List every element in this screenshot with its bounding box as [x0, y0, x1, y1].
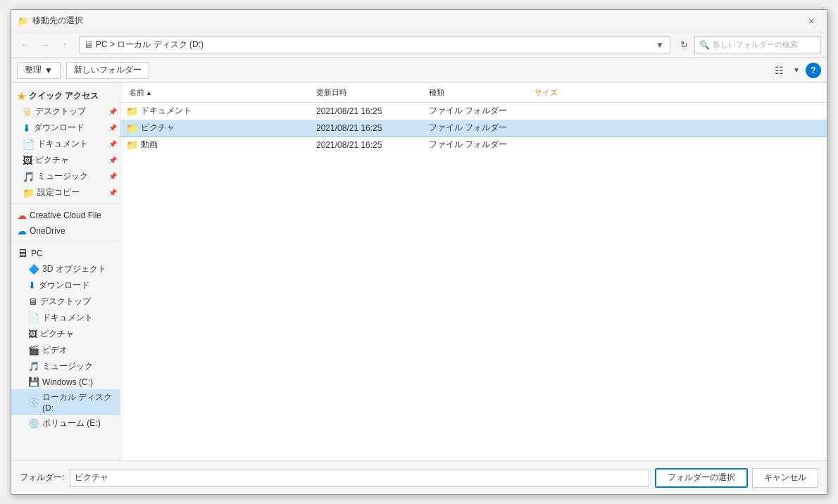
divider1	[11, 203, 120, 204]
pin-icon: 📌	[108, 108, 117, 115]
sidebar-item-desktop-pc[interactable]: 🖥 デスクトップ	[11, 294, 120, 310]
pin-icon2: 📌	[108, 124, 117, 132]
sidebar-item-music-quick[interactable]: 🎵 ミュージック 📌	[11, 168, 120, 184]
file-name: 動画	[141, 139, 158, 151]
forward-button[interactable]: →	[37, 37, 54, 53]
up-button[interactable]: ↑	[56, 37, 73, 53]
navigation-toolbar: ← → ↑ 🖥 PC > ローカル ディスク (D:) ▼ ↻ 🔍 新しいフォル…	[11, 32, 827, 58]
3dobject-label: 3D オブジェクト	[42, 263, 106, 275]
search-icon: 🔍	[699, 40, 710, 50]
sidebar-item-videos-pc[interactable]: 🎬 ビデオ	[11, 342, 120, 358]
address-dropdown-icon[interactable]: ▼	[654, 40, 665, 50]
sidebar-pc[interactable]: 🖥 PC	[11, 244, 120, 261]
sidebar-creative-cloud[interactable]: ☁ Creative Cloud File	[11, 207, 120, 222]
view-toggle-button[interactable]: ☷	[770, 62, 787, 79]
desktop-quick-label: デスクトップ	[35, 106, 106, 118]
onedrive-icon: ☁	[17, 225, 27, 237]
creative-cloud-label: Creative Cloud File	[30, 210, 101, 220]
folder-icon: 📁	[126, 139, 138, 151]
col-header-date[interactable]: 更新日時	[316, 87, 429, 98]
organize-button[interactable]: 整理 ▼	[17, 62, 61, 79]
windows-c-icon: 💾	[28, 377, 39, 387]
close-button[interactable]: ×	[801, 11, 821, 31]
view-dropdown-icon[interactable]: ▼	[793, 66, 800, 74]
sidebar-onedrive[interactable]: ☁ OneDrive	[11, 222, 120, 238]
desktop-pc-label: デスクトップ	[40, 296, 91, 308]
music-pc-icon: 🎵	[28, 361, 39, 372]
star-icon: ★	[17, 91, 26, 102]
file-list-body: 📁 ドキュメント 2021/08/21 16:25 ファイル フォルダー 📁 ピ…	[120, 103, 827, 460]
folder-icon: 📁	[126, 122, 138, 134]
search-bar[interactable]: 🔍 新しいフォルダーの検索	[694, 36, 821, 54]
address-pc-icon: 🖥	[84, 39, 93, 50]
documents-pc-icon: 📄	[28, 313, 39, 323]
settings-copy-quick-label: 設定コピー	[37, 187, 106, 199]
back-button[interactable]: ←	[17, 37, 34, 53]
address-bar[interactable]: 🖥 PC > ローカル ディスク (D:) ▼	[79, 36, 670, 54]
download-quick-label: ダウンロード	[34, 122, 106, 134]
col-header-type[interactable]: 種類	[429, 87, 534, 98]
table-row[interactable]: 📁 動画 2021/08/21 16:25 ファイル フォルダー	[120, 137, 827, 153]
organize-label: 整理	[25, 64, 42, 76]
new-folder-label: 新しいフォルダー	[74, 64, 142, 76]
bottom-bar: フォルダー: フォルダーの選択 キャンセル	[11, 460, 827, 494]
table-row[interactable]: 📁 ピクチャ 2021/08/21 16:25 ファイル フォルダー	[120, 120, 827, 137]
content-area: ★ クイック アクセス 🖥 デスクトップ 📌 ⬇ ダウンロード 📌 📄 ドキュメ…	[11, 83, 827, 460]
windows-c-label: Windows (C:)	[42, 377, 93, 387]
sidebar-item-settings-copy-quick[interactable]: 📁 設定コピー 📌	[11, 184, 120, 201]
address-path: PC > ローカル ディスク (D:)	[96, 39, 654, 51]
file-list-area: 名前 更新日時 種類 サイズ 📁 ドキュメント 202	[120, 83, 827, 460]
quick-access-header[interactable]: ★ クイック アクセス	[11, 86, 120, 103]
sidebar-item-pictures-pc[interactable]: 🖼 ピクチャ	[11, 326, 120, 342]
search-placeholder: 新しいフォルダーの検索	[713, 39, 798, 50]
sidebar-item-desktop-quick[interactable]: 🖥 デスクトップ 📌	[11, 103, 120, 120]
pc-label: PC	[31, 248, 43, 258]
sidebar-item-volume-e[interactable]: 💿 ボリューム (E:)	[11, 415, 120, 431]
file-type: ファイル フォルダー	[429, 105, 534, 117]
sidebar-item-download-quick[interactable]: ⬇ ダウンロード 📌	[11, 120, 120, 136]
cancel-button[interactable]: キャンセル	[752, 468, 818, 488]
help-button[interactable]: ?	[806, 63, 821, 78]
pin-icon6: 📌	[108, 189, 117, 196]
sidebar-item-3dobject[interactable]: 🔷 3D オブジェクト	[11, 261, 120, 277]
pictures-pc-icon: 🖼	[28, 329, 37, 339]
music-quick-label: ミュージック	[37, 170, 106, 182]
sidebar-item-pictures-quick[interactable]: 🖼 ピクチャ 📌	[11, 152, 120, 168]
refresh-button[interactable]: ↻	[676, 37, 692, 53]
local-d-label: ローカル ディスク (D:	[42, 391, 117, 413]
sidebar-item-documents-pc[interactable]: 📄 ドキュメント	[11, 310, 120, 326]
title-bar-icon: 📁	[17, 15, 28, 27]
title-bar-text: 移動先の選択	[32, 15, 801, 27]
col-header-name[interactable]: 名前	[126, 87, 316, 98]
file-date: 2021/08/21 16:25	[316, 106, 429, 116]
download-pc-icon: ⬇	[28, 280, 36, 291]
dialog-window: 📁 移動先の選択 × ← → ↑ 🖥 PC > ローカル ディスク (D:) ▼…	[11, 9, 827, 495]
onedrive-label: OneDrive	[30, 226, 65, 236]
volume-e-icon: 💿	[28, 418, 39, 429]
documents-pc-label: ドキュメント	[42, 312, 93, 324]
file-type: ファイル フォルダー	[429, 122, 534, 134]
sidebar-item-local-d[interactable]: 💿 ローカル ディスク (D:	[11, 389, 120, 415]
videos-pc-label: ビデオ	[42, 344, 68, 356]
music-pc-label: ミュージック	[42, 360, 93, 372]
sidebar: ★ クイック アクセス 🖥 デスクトップ 📌 ⬇ ダウンロード 📌 📄 ドキュメ…	[11, 83, 120, 460]
folder-input[interactable]	[70, 469, 649, 487]
file-date: 2021/08/21 16:25	[316, 140, 429, 150]
new-folder-button[interactable]: 新しいフォルダー	[66, 62, 149, 79]
sidebar-item-windows-c[interactable]: 💾 Windows (C:)	[11, 374, 120, 389]
col-header-size[interactable]: サイズ	[534, 87, 605, 98]
sidebar-item-download-pc[interactable]: ⬇ ダウンロード	[11, 277, 120, 294]
music-quick-icon: 🎵	[23, 171, 35, 182]
table-row[interactable]: 📁 ドキュメント 2021/08/21 16:25 ファイル フォルダー	[120, 103, 827, 120]
desktop-pc-icon: 🖥	[28, 296, 37, 307]
sidebar-item-music-pc[interactable]: 🎵 ミュージック	[11, 358, 120, 374]
pin-icon4: 📌	[108, 156, 117, 164]
select-folder-button[interactable]: フォルダーの選択	[655, 468, 748, 488]
divider2	[11, 241, 120, 241]
pin-icon5: 📌	[108, 172, 117, 180]
documents-quick-icon: 📄	[23, 139, 35, 150]
action-bar: 整理 ▼ 新しいフォルダー ☷ ▼ ?	[11, 58, 827, 83]
file-name: ドキュメント	[141, 105, 192, 117]
3dobject-icon: 🔷	[28, 264, 39, 275]
sidebar-item-documents-quick[interactable]: 📄 ドキュメント 📌	[11, 136, 120, 152]
